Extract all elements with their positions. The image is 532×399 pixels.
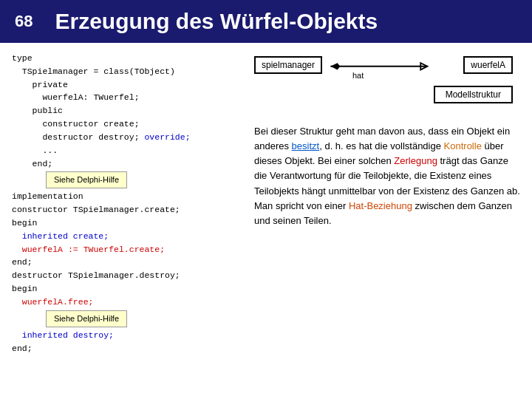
text-block: Bei dieser Struktur geht man davon aus, … xyxy=(254,124,520,390)
tooltip2[interactable]: Siehe Delphi-Hilfe xyxy=(46,310,127,327)
hat-label: hat xyxy=(352,71,364,80)
tooltip2-row: Siehe Delphi-Hilfe xyxy=(41,310,241,327)
modellstruktur-box: Modellstruktur xyxy=(434,86,513,103)
text-besitzt: besitzt xyxy=(292,140,320,151)
tooltip1[interactable]: Siehe Delphi-Hilfe xyxy=(46,171,127,188)
svg-marker-2 xyxy=(420,63,427,69)
code-block2: implementation constructor TSpielmanager… xyxy=(12,190,241,308)
slide-content: type TSpielmanager = class(TObject) priv… xyxy=(0,43,532,399)
text-hat-beziehung: Hat-Beziehung xyxy=(349,200,412,211)
svg-marker-1 xyxy=(330,63,340,69)
spielmanager-box: spielmanager xyxy=(254,56,322,74)
slide-number: 68 xyxy=(15,12,33,31)
code-block: type TSpielmanager = class(TObject) priv… xyxy=(12,52,241,170)
slide-container: 68 Erzeugung des Würfel-Objekts type TSp… xyxy=(0,0,532,399)
tooltip1-row: Siehe Delphi-Hilfe xyxy=(41,171,241,188)
slide-header: 68 Erzeugung des Würfel-Objekts xyxy=(0,0,532,43)
wuerfelA-box: wuerfelA xyxy=(463,56,513,74)
code-block3: inherited destroy; end; xyxy=(12,329,241,355)
code-panel: type TSpielmanager = class(TObject) priv… xyxy=(12,52,241,390)
right-panel: spielmanager wuerfelA hat Modellstruktur xyxy=(254,52,520,390)
slide-title: Erzeugung des Würfel-Objekts xyxy=(55,9,378,34)
diagram: spielmanager wuerfelA hat Modellstruktur xyxy=(254,52,520,112)
text-zerlegung: Zerlegung xyxy=(394,155,437,166)
text-kontrolle: Kontrolle xyxy=(444,140,482,151)
